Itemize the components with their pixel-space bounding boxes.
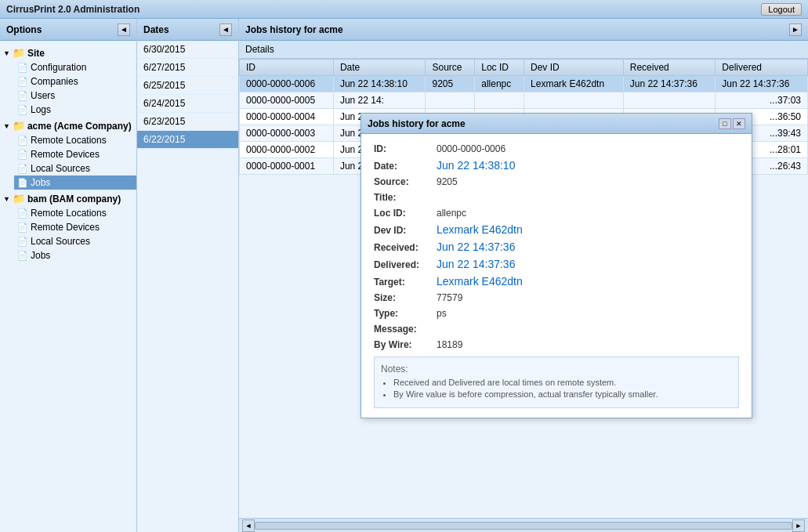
scroll-right-button[interactable]: ► [792, 519, 805, 532]
sidebar-item-acme-remote-locations[interactable]: 📄 Remote Locations [14, 133, 136, 147]
modal-close-button[interactable]: ✕ [733, 118, 745, 129]
detail-target-label: Target: [374, 277, 437, 288]
sidebar-item-label: Local Sources [31, 163, 90, 174]
dates-title: Dates [143, 24, 169, 35]
detail-row-by-wire: By Wire: 18189 [374, 339, 739, 350]
detail-modal-body: ID: 0000-0000-0006 Date: Jun 22 14:38:10… [361, 134, 752, 418]
detail-row-loc-id: Loc ID: allenpc [374, 208, 739, 219]
file-icon: 📄 [17, 105, 28, 115]
cell-id: 0000-0000-0001 [240, 158, 334, 175]
file-icon: 📄 [17, 164, 28, 174]
tree-group-site-children: 📄 Configuration 📄 Companies 📄 Users 📄 Lo… [0, 60, 136, 117]
table-row[interactable]: 0000-0000-0006 Jun 22 14:38:10 9205 alle… [240, 76, 808, 92]
tree-group-acme-header[interactable]: ▼ 📁 acme (Acme Company) [0, 118, 136, 133]
dates-collapse-button[interactable]: ◄ [219, 24, 232, 36]
file-icon: 📄 [17, 63, 28, 73]
sidebar-item-bam-local-sources[interactable]: 📄 Local Sources [14, 234, 136, 248]
file-icon: 📄 [17, 223, 28, 233]
sidebar-item-users[interactable]: 📄 Users [14, 89, 136, 103]
main-layout: Options ◄ ▼ 📁 Site 📄 Configuration 📄 [0, 19, 808, 532]
file-icon: 📄 [17, 208, 28, 219]
date-item[interactable]: 6/25/2015 [137, 77, 238, 95]
detail-modal-title: Jobs history for acme [368, 118, 466, 129]
detail-row-id: ID: 0000-0000-0006 [374, 143, 739, 154]
detail-dev-id-value: Lexmark E462dtn [437, 223, 523, 236]
detail-delivered-label: Delivered: [374, 259, 437, 270]
date-item-selected[interactable]: 6/22/2015 [137, 131, 238, 149]
detail-date-label: Date: [374, 161, 437, 172]
content-title: Jobs history for acme [245, 24, 343, 35]
dates-content: 6/30/2015 6/27/2015 6/25/2015 6/24/2015 … [137, 41, 238, 532]
sidebar-item-bam-remote-devices[interactable]: 📄 Remote Devices [14, 220, 136, 234]
sidebar: Options ◄ ▼ 📁 Site 📄 Configuration 📄 [0, 19, 137, 532]
titlebar: CirrusPrint 2.0 Administration Logout [0, 0, 808, 19]
detail-received-value: Jun 22 14:37:36 [437, 241, 515, 253]
detail-title-label: Title: [374, 192, 437, 203]
content-expand-button[interactable]: ► [789, 24, 802, 36]
scroll-left-button[interactable]: ◄ [242, 519, 255, 532]
logout-button[interactable]: Logout [761, 3, 802, 16]
date-item[interactable]: 6/24/2015 [137, 95, 238, 113]
sidebar-item-label: Jobs [31, 177, 50, 188]
modal-minimize-button[interactable]: □ [719, 118, 731, 129]
sidebar-item-acme-remote-devices[interactable]: 📄 Remote Devices [14, 147, 136, 161]
modal-buttons: □ ✕ [719, 118, 745, 129]
tree-group-bam: ▼ 📁 bam (BAM company) 📄 Remote Locations… [0, 191, 136, 262]
sidebar-item-configuration-label: Configuration [31, 62, 86, 73]
table-row[interactable]: 0000-0000-0005 Jun 22 14: ...37:03 [240, 92, 808, 109]
date-item[interactable]: 6/30/2015 [137, 41, 238, 59]
sidebar-item-acme-local-sources[interactable]: 📄 Local Sources [14, 161, 136, 176]
tree-group-site-header[interactable]: ▼ 📁 Site [0, 45, 136, 60]
detail-source-label: Source: [374, 176, 437, 187]
sidebar-item-configuration[interactable]: 📄 Configuration [14, 60, 136, 74]
detail-modal-header: Jobs history for acme □ ✕ [361, 114, 752, 134]
detail-row-title: Title: [374, 192, 739, 203]
cell-delivered: Jun 22 14:37:36 [716, 76, 808, 92]
triangle-icon: ▼ [3, 195, 10, 203]
detail-row-source: Source: 9205 [374, 176, 739, 187]
col-id: ID [240, 60, 334, 76]
detail-row-delivered: Delivered: Jun 22 14:37:36 [374, 258, 739, 270]
cell-id: 0000-0000-0006 [240, 76, 334, 92]
col-date: Date [333, 60, 426, 76]
sidebar-item-acme-jobs[interactable]: 📄 Jobs [14, 176, 136, 190]
cell-id: 0000-0000-0004 [240, 109, 334, 125]
content-header: Jobs history for acme ► [239, 19, 808, 41]
detail-by-wire-label: By Wire: [374, 339, 437, 350]
sidebar-item-label: Remote Locations [31, 208, 107, 219]
detail-row-date: Date: Jun 22 14:38:10 [374, 159, 739, 172]
sidebar-collapse-button[interactable]: ◄ [118, 24, 130, 36]
notes-item: By Wire value is before compression, act… [393, 389, 732, 399]
sidebar-item-bam-remote-locations[interactable]: 📄 Remote Locations [14, 206, 136, 220]
sidebar-item-logs-label: Logs [31, 104, 51, 115]
detail-by-wire-value: 18189 [437, 339, 462, 350]
sidebar-item-bam-jobs[interactable]: 📄 Jobs [14, 248, 136, 262]
sidebar-item-companies[interactable]: 📄 Companies [14, 74, 136, 89]
tree-group-bam-label: bam (BAM company) [27, 194, 121, 204]
date-item[interactable]: 6/27/2015 [137, 59, 238, 77]
detail-size-value: 77579 [437, 292, 462, 303]
file-icon: 📄 [17, 237, 28, 247]
detail-delivered-value: Jun 22 14:37:36 [437, 258, 515, 270]
folder-icon: 📁 [13, 47, 25, 59]
cell-date: Jun 22 14:38:10 [333, 76, 426, 92]
date-item[interactable]: 6/23/2015 [137, 113, 238, 131]
cell-received: Jun 22 14:37:36 [623, 76, 716, 92]
details-label: Details [245, 44, 274, 55]
bottom-scrollbar[interactable]: ◄ ► [239, 518, 808, 532]
sidebar-item-label: Remote Locations [31, 135, 107, 146]
cell-received [623, 92, 716, 109]
sidebar-item-logs[interactable]: 📄 Logs [14, 103, 136, 117]
detail-id-label: ID: [374, 143, 437, 154]
tree-group-bam-header[interactable]: ▼ 📁 bam (BAM company) [0, 191, 136, 206]
detail-row-target: Target: Lexmark E462dtn [374, 275, 739, 288]
triangle-icon: ▼ [3, 122, 10, 130]
horizontal-scrollbar[interactable] [255, 522, 792, 530]
cell-id: 0000-0000-0005 [240, 92, 334, 109]
cell-id: 0000-0000-0003 [240, 125, 334, 142]
detail-target-value: Lexmark E462dtn [437, 275, 523, 288]
modal-notes: Notes: Received and Delivered are local … [374, 356, 739, 408]
col-dev-id: Dev ID [524, 60, 624, 76]
sidebar-content: ▼ 📁 Site 📄 Configuration 📄 Companies 📄 [0, 41, 136, 532]
sidebar-item-users-label: Users [31, 90, 55, 101]
